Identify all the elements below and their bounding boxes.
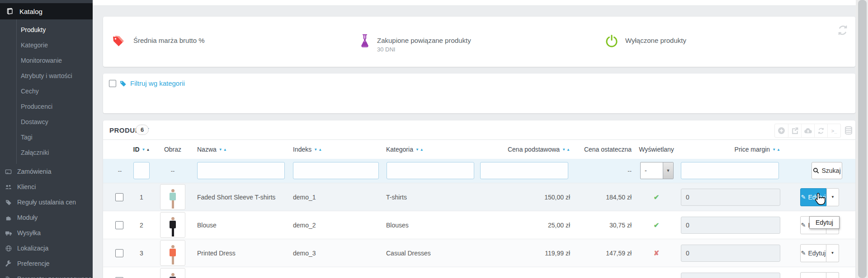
kpi-average-margin: Średnia marża brutto % [111,34,205,49]
filter-category-input[interactable] [387,162,474,179]
product-price-margin [681,211,780,239]
search-button[interactable]: Szukaj [811,162,842,179]
kpi-label: Zakupione powiązane produkty [377,34,471,44]
edit-dropdown-toggle[interactable]: ▼ [826,244,839,262]
sidebar-item-lokalizacja[interactable]: Lokalizacja [0,241,93,256]
product-category: Casual Dresses [386,239,476,267]
sidebar-item-klienci[interactable]: Klienci [0,179,93,195]
product-price-margin [681,267,780,278]
sidebar-item-wysylka[interactable]: Wysyłka [0,225,93,241]
product-base-price: 25,00 zł [489,211,570,239]
sidebar-item-katalog[interactable]: Katalog [0,3,93,19]
add-product-button[interactable] [775,124,788,137]
filter-margin-input[interactable] [681,162,779,179]
product-name: Printed Dress [197,267,290,278]
sort-arrows[interactable]: ▼▲ [772,148,780,152]
refresh-icon [817,127,825,134]
sort-arrows[interactable]: ▼▲ [142,148,150,152]
category-filter-panel: Filtruj wg kategorii [103,74,855,113]
sort-arrows[interactable]: ▼▲ [415,148,424,152]
edit-dropdown-toggle[interactable]: ▼ [826,272,839,278]
checkmark-icon: ✔ [654,193,660,201]
price-margin-input[interactable] [681,273,780,278]
import-button[interactable] [801,124,814,137]
export-button[interactable] [788,124,801,137]
sidebar-item-kategorie[interactable]: Kategorie [17,37,93,53]
product-id: 1 [128,183,155,211]
product-category: T-shirts [386,183,476,211]
product-thumbnail[interactable] [160,184,185,210]
row-checkbox[interactable] [115,249,123,257]
product-displayed-status: ✔ [640,183,673,211]
filter-base-price-input[interactable] [480,162,568,179]
caret-down-icon: ▼ [831,195,835,199]
row-checkbox[interactable] [115,221,123,229]
scrollbar-thumb[interactable] [858,0,867,278]
cross-icon: ✘ [654,249,660,257]
sidebar-item-atrybuty[interactable]: Atrybuty i wartości [17,68,93,83]
filter-reference-input[interactable] [293,162,379,179]
sidebar-item-reguly-cen[interactable]: Reguły ustalania cen [0,195,93,210]
search-icon [813,167,819,174]
sql-query-button[interactable]: >_ [827,124,840,137]
cloud-upload-icon [804,127,812,134]
kpi-panel: Średnia marża brutto % Zakupione powiąza… [103,17,855,67]
column-header-id[interactable]: ID▼▲ [128,140,155,159]
sidebar-item-tagi[interactable]: Tagi [17,130,93,145]
filter-id-input[interactable] [133,162,150,179]
sidebar-item-parametry[interactable]: Parametry zaawansowane [0,271,93,278]
filter-name-input[interactable] [197,162,285,179]
filter-category-checkbox[interactable] [109,80,116,87]
column-header-cat[interactable]: Kategoria▼▲ [386,140,476,159]
flask-icon [359,34,371,48]
product-thumbnail[interactable] [160,212,185,238]
row-checkbox[interactable] [115,193,123,201]
product-thumbnail[interactable] [160,240,185,266]
refresh-list-button[interactable] [814,124,827,137]
sidebar-item-zamowienia[interactable]: Zamówienia [0,164,93,179]
column-header-name[interactable]: Nazwa▼▲ [197,140,290,159]
sidebar-item-preferencje[interactable]: Preferencje [0,256,93,271]
refresh-icon[interactable] [837,24,849,36]
sidebar-item-dostawcy[interactable]: Dostawcy [17,114,93,130]
sidebar-item-producenci[interactable]: Producenci [17,99,93,114]
column-header-ref[interactable]: Indeks▼▲ [293,140,379,159]
database-icon[interactable] [844,126,853,135]
column-header-disp: Wyświetlany [640,140,673,159]
sidebar-item-moduly[interactable]: Moduły [0,210,93,225]
product-thumbnail[interactable] [160,268,185,278]
product-displayed-status: ✘ [640,239,673,267]
edit-button[interactable]: ✎Edytuj [800,244,826,262]
filter-by-category-link[interactable]: Filtruj wg kategorii [130,79,185,87]
vertical-scrollbar[interactable] [856,0,868,278]
sidebar-item-cechy[interactable]: Cechy [17,83,93,99]
kpi-disabled-products: Wyłączone produkty [604,34,686,48]
pencil-icon: ✎ [801,194,806,200]
sidebar-item-monitorowanie[interactable]: Monitorowanie [17,53,93,68]
gears-icon [4,275,13,278]
sort-arrows[interactable]: ▼▲ [562,148,570,152]
edit-button[interactable]: ✎Edytuj [800,188,826,206]
sidebar: Katalog Produkty Kategorie Monitorowanie… [0,0,93,278]
checkmark-icon: ✔ [654,221,660,229]
products-filter-row: -- -- -- - ▼ Szukaj [103,159,855,183]
sidebar-item-zalaczniki[interactable]: Załączniki [17,145,93,160]
product-category: Blouses [386,211,476,239]
edit-button[interactable]: ✎Edytuj [800,272,826,278]
sidebar-item-produkty[interactable]: Produkty [17,22,93,37]
filter-displayed-select[interactable]: - ▼ [640,162,674,179]
column-header-image: Obraz [160,140,185,159]
sidebar-item-label: Katalog [19,8,42,15]
price-margin-input[interactable] [681,245,780,262]
edit-dropdown-toggle[interactable]: ▼ [826,188,839,206]
sort-arrows[interactable]: ▼▲ [219,148,227,152]
kpi-label: Wyłączone produkty [625,34,686,44]
price-margin-input[interactable] [681,189,780,206]
price-margin-input[interactable] [681,217,780,234]
column-header-price1[interactable]: Cena podstawowa▼▲ [489,140,570,159]
product-name: Faded Short Sleeve T-shirts [197,183,290,211]
product-reference: demo_3 [293,239,379,267]
sort-arrows[interactable]: ▼▲ [314,148,322,152]
product-name: Printed Dress [197,239,290,267]
column-header-margin[interactable]: Price margin▼▲ [681,140,780,159]
